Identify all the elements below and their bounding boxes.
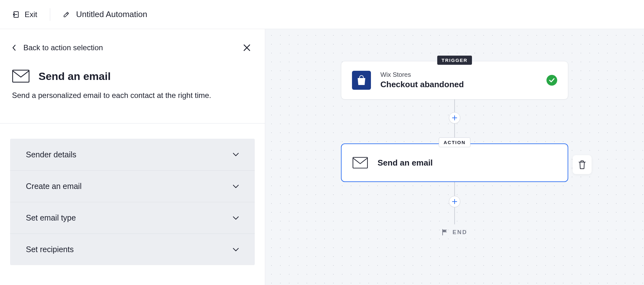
main-area: Back to action selection [0,29,644,285]
chevron-down-icon [233,185,239,188]
close-panel-button[interactable] [241,42,253,54]
envelope-icon [352,157,368,169]
connector-line [454,207,455,224]
end-label: END [452,229,467,236]
accordion-item-set-recipients[interactable]: Set recipients [10,233,255,265]
envelope-icon [12,70,30,83]
action-title: Send an email [378,158,433,168]
automation-title-button[interactable]: Untitled Automation [63,9,147,19]
accordion-item-label: Sender details [26,150,76,159]
flow-end: END [442,229,467,236]
plus-icon [452,115,457,121]
accordion-item-sender-details[interactable]: Sender details [10,139,255,170]
action-card-wrap: Send an email [341,147,568,182]
accordion-item-label: Create an email [26,182,81,191]
accordion: Sender details Create an email Set email… [10,139,255,265]
panel-description: Send a personalized email to each contac… [12,90,214,101]
panel-title-row: Send an email [12,70,253,83]
check-circle-icon [546,75,557,86]
automation-title: Untitled Automation [76,9,147,19]
close-icon [243,44,251,52]
svg-rect-3 [353,157,367,168]
chevron-down-icon [233,248,239,252]
accordion-wrap: Sender details Create an email Set email… [0,124,265,265]
trigger-app-name: Wix Stores [380,71,464,78]
trigger-event-name: Checkout abandoned [380,80,464,89]
flow-column: TRIGGER Wix Stores Checkout abandoned [341,56,568,236]
back-label: Back to action selection [23,43,103,52]
action-card[interactable]: Send an email [341,143,568,182]
shopping-bag-icon [352,71,371,90]
connector-line [454,182,455,196]
action-card-text: Send an email [378,158,433,168]
flag-icon [442,229,448,236]
accordion-item-create-email[interactable]: Create an email [10,170,255,202]
edit-icon [63,11,70,18]
chevron-left-icon [12,44,16,51]
delete-action-button[interactable] [573,155,592,174]
exit-label: Exit [25,10,37,19]
topbar-divider [50,8,50,21]
accordion-item-label: Set email type [26,213,76,222]
trigger-card[interactable]: Wix Stores Checkout abandoned [341,61,568,100]
accordion-item-label: Set recipients [26,245,74,254]
svg-point-2 [546,75,557,86]
plus-icon [452,199,457,204]
automation-canvas[interactable]: TRIGGER Wix Stores Checkout abandoned [265,29,644,285]
svg-rect-1 [13,70,29,82]
accordion-item-set-email-type[interactable]: Set email type [10,202,255,233]
exit-button[interactable]: Exit [13,10,37,19]
top-bar: Exit Untitled Automation [0,0,644,29]
config-panel: Back to action selection [0,29,265,285]
chevron-down-icon [233,153,239,156]
panel-header-row: Back to action selection [12,42,253,54]
panel-title: Send an email [39,70,111,82]
trash-icon [578,160,586,169]
panel-header: Back to action selection [0,29,265,110]
exit-icon [13,11,20,18]
connector-line [454,124,455,137]
back-to-action-selection[interactable]: Back to action selection [12,43,103,52]
action-badge: ACTION [439,137,470,147]
add-step-button-top[interactable] [449,112,460,124]
trigger-card-text: Wix Stores Checkout abandoned [380,71,464,89]
connector-line [454,100,455,112]
trigger-badge: TRIGGER [437,56,472,65]
chevron-down-icon [233,216,239,220]
add-step-button-bottom[interactable] [449,196,460,207]
